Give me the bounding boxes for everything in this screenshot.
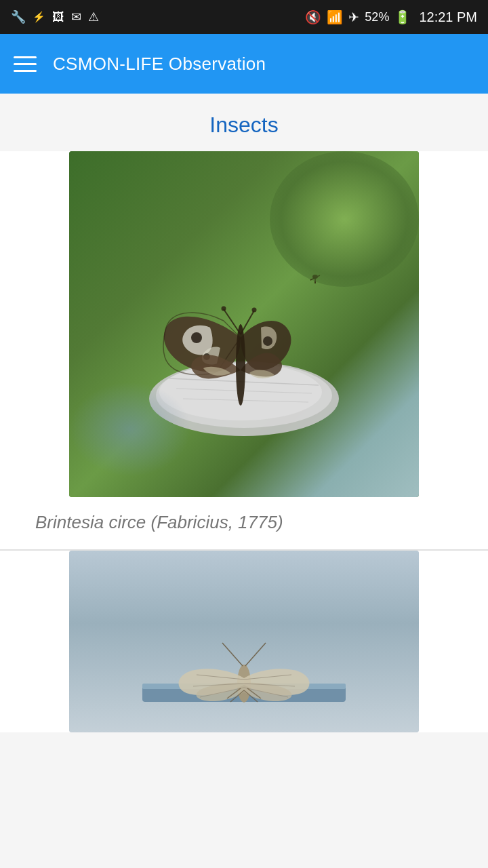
app-bar-title: CSMON-LIFE Observation xyxy=(53,54,266,75)
svg-point-13 xyxy=(252,308,257,313)
status-icons-right: 🔇 📶 ✈ 52% 🔋 12:21 PM xyxy=(305,9,477,25)
status-icons-left: 🔧 ⚡ 🖼 ✉ ⚠ xyxy=(11,9,99,24)
battery-icon: 🔋 xyxy=(394,9,411,25)
moth-svg xyxy=(142,583,346,732)
svg-point-6 xyxy=(191,332,202,343)
content-area: Brintesia circe (Fabricius, 1775) xyxy=(0,151,488,732)
wifi-icon: 📶 xyxy=(327,9,343,25)
svg-point-8 xyxy=(263,336,272,346)
observation-image[interactable] xyxy=(69,151,419,497)
svg-line-27 xyxy=(245,643,266,666)
observation-image-wrapper-2 xyxy=(0,551,488,732)
page-title: Insects xyxy=(0,94,488,151)
image-icon: 🖼 xyxy=(52,10,64,24)
svg-point-9 xyxy=(236,324,245,406)
observation-card: Brintesia circe (Fabricius, 1775) xyxy=(0,151,488,549)
observation-card-2 xyxy=(0,551,488,732)
observation-name: Brintesia circe (Fabricius, 1775) xyxy=(0,497,488,538)
svg-line-26 xyxy=(222,643,243,666)
airplane-icon: ✈ xyxy=(348,9,359,25)
observation-image-wrapper xyxy=(0,151,488,497)
wrench-icon: 🔧 xyxy=(11,9,26,24)
svg-point-12 xyxy=(222,307,226,311)
warning-icon: ⚠ xyxy=(88,9,99,24)
mail-icon: ✉ xyxy=(71,9,81,24)
observation-image-2[interactable] xyxy=(69,551,419,732)
status-time: 12:21 PM xyxy=(419,9,477,25)
status-bar: 🔧 ⚡ 🖼 ✉ ⚠ 🔇 📶 ✈ 52% 🔋 12:21 PM xyxy=(0,0,488,34)
usb-icon: ⚡ xyxy=(33,11,45,23)
menu-button[interactable] xyxy=(14,56,37,72)
battery-percent: 52% xyxy=(365,10,389,24)
app-bar: CSMON-LIFE Observation xyxy=(0,34,488,94)
mute-icon: 🔇 xyxy=(305,9,321,25)
